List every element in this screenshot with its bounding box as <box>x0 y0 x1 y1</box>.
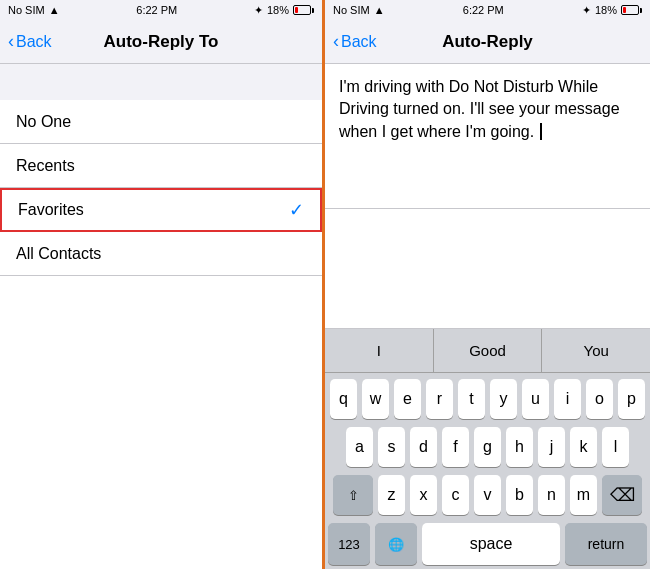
list-item-no-one[interactable]: No One <box>0 100 322 144</box>
key-123[interactable]: 123 <box>328 523 370 565</box>
list-gap-top-left <box>0 64 322 100</box>
carrier-right: No SIM <box>333 4 370 16</box>
key-v[interactable]: v <box>474 475 501 515</box>
key-c[interactable]: c <box>442 475 469 515</box>
key-row-1: q w e r t y u i o p <box>328 379 647 419</box>
wifi-icon-left: ▲ <box>49 4 60 16</box>
autocomplete-i[interactable]: I <box>325 329 434 372</box>
autocomplete-bar: I Good You <box>325 329 650 373</box>
wifi-icon-right: ▲ <box>374 4 385 16</box>
list-item-label-no-one: No One <box>16 113 71 131</box>
list-item-label-favorites: Favorites <box>18 201 84 219</box>
key-f[interactable]: f <box>442 427 469 467</box>
key-q[interactable]: q <box>330 379 357 419</box>
battery-icon-right <box>621 5 642 15</box>
message-text-area[interactable]: I'm driving with Do Not Disturb While Dr… <box>325 64 650 209</box>
text-area-empty <box>325 209 650 330</box>
back-button-left[interactable]: ‹ Back <box>8 31 52 52</box>
status-right-left: ✦ 18% <box>254 4 314 17</box>
list-item-recents[interactable]: Recents <box>0 144 322 188</box>
back-chevron-left: ‹ <box>8 31 14 52</box>
key-j[interactable]: j <box>538 427 565 467</box>
key-h[interactable]: h <box>506 427 533 467</box>
list-item-label-recents: Recents <box>16 157 75 175</box>
message-content: I'm driving with Do Not Disturb While Dr… <box>339 78 620 140</box>
nav-bar-left: ‹ Back Auto-Reply To <box>0 20 322 64</box>
key-m[interactable]: m <box>570 475 597 515</box>
carrier-left: No SIM <box>8 4 45 16</box>
status-bar-right: No SIM ▲ 6:22 PM ✦ 18% <box>325 0 650 20</box>
key-z[interactable]: z <box>378 475 405 515</box>
key-w[interactable]: w <box>362 379 389 419</box>
key-row-3: ⇧ z x c v b n m ⌫ <box>328 475 647 515</box>
cursor <box>535 123 541 140</box>
key-k[interactable]: k <box>570 427 597 467</box>
back-label-left: Back <box>16 33 52 51</box>
key-space[interactable]: space <box>422 523 560 565</box>
key-shift[interactable]: ⇧ <box>333 475 373 515</box>
back-chevron-right: ‹ <box>333 31 339 52</box>
bluetooth-icon-left: ✦ <box>254 4 263 17</box>
key-row-4: 123 🌐 space return <box>328 523 647 565</box>
key-o[interactable]: o <box>586 379 613 419</box>
key-row-2: a s d f g h j k l <box>328 427 647 467</box>
key-l[interactable]: l <box>602 427 629 467</box>
key-u[interactable]: u <box>522 379 549 419</box>
key-n[interactable]: n <box>538 475 565 515</box>
key-g[interactable]: g <box>474 427 501 467</box>
right-panel: No SIM ▲ 6:22 PM ✦ 18% ‹ Back Auto-Reply… <box>325 0 650 569</box>
nav-bar-right: ‹ Back Auto-Reply <box>325 20 650 64</box>
key-delete[interactable]: ⌫ <box>602 475 642 515</box>
key-a[interactable]: a <box>346 427 373 467</box>
nav-title-left: Auto-Reply To <box>104 32 219 52</box>
status-left: No SIM ▲ <box>8 4 60 16</box>
status-right-right: ✦ 18% <box>582 4 642 17</box>
battery-icon-left <box>293 5 314 15</box>
status-left-right: No SIM ▲ <box>333 4 385 16</box>
key-r[interactable]: r <box>426 379 453 419</box>
key-t[interactable]: t <box>458 379 485 419</box>
list-item-all-contacts[interactable]: All Contacts <box>0 232 322 276</box>
key-e[interactable]: e <box>394 379 421 419</box>
autocomplete-good[interactable]: Good <box>434 329 543 372</box>
keyboard: q w e r t y u i o p a s d f g h j k l ⇧ … <box>325 373 650 569</box>
bluetooth-icon-right: ✦ <box>582 4 591 17</box>
list-section-left: No One Recents Favorites ✓ All Contacts <box>0 100 322 569</box>
key-i[interactable]: i <box>554 379 581 419</box>
key-s[interactable]: s <box>378 427 405 467</box>
key-x[interactable]: x <box>410 475 437 515</box>
checkmark-favorites: ✓ <box>289 199 304 221</box>
time-right: 6:22 PM <box>463 4 504 16</box>
time-left: 6:22 PM <box>136 4 177 16</box>
key-globe[interactable]: 🌐 <box>375 523 417 565</box>
status-bar-left: No SIM ▲ 6:22 PM ✦ 18% <box>0 0 322 20</box>
left-panel: No SIM ▲ 6:22 PM ✦ 18% ‹ Back Auto-Reply… <box>0 0 325 569</box>
battery-pct-right: 18% <box>595 4 617 16</box>
battery-pct-left: 18% <box>267 4 289 16</box>
key-b[interactable]: b <box>506 475 533 515</box>
key-y[interactable]: y <box>490 379 517 419</box>
back-label-right: Back <box>341 33 377 51</box>
nav-title-right: Auto-Reply <box>442 32 533 52</box>
key-return[interactable]: return <box>565 523 647 565</box>
key-d[interactable]: d <box>410 427 437 467</box>
back-button-right[interactable]: ‹ Back <box>333 31 377 52</box>
list-item-label-all-contacts: All Contacts <box>16 245 101 263</box>
list-item-favorites[interactable]: Favorites ✓ <box>0 188 322 232</box>
autocomplete-you[interactable]: You <box>542 329 650 372</box>
key-p[interactable]: p <box>618 379 645 419</box>
